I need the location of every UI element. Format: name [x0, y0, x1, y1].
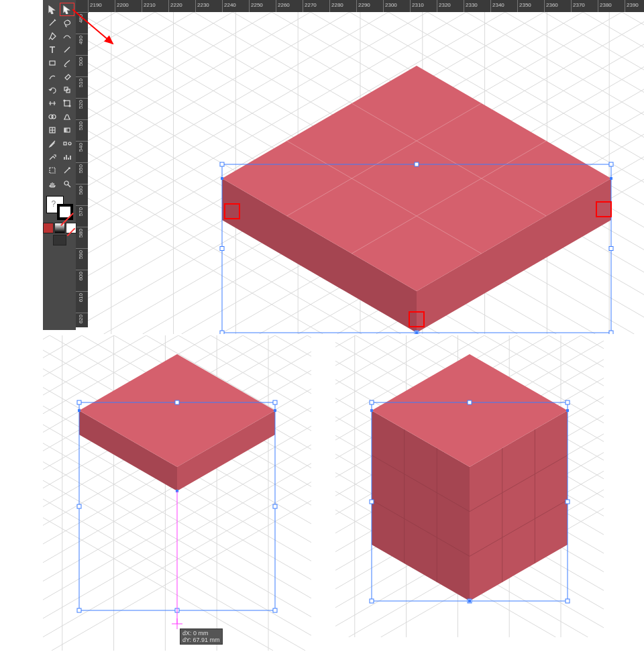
transform-handle[interactable]	[370, 599, 374, 603]
transform-handle[interactable]	[77, 400, 81, 404]
hand-tool[interactable]	[45, 177, 60, 190]
lasso-tool[interactable]	[60, 16, 74, 30]
paintbrush-tool[interactable]	[60, 56, 74, 70]
artboard-step-1[interactable]	[43, 335, 311, 651]
width-tool[interactable]	[45, 97, 60, 110]
svg-rect-3	[64, 101, 70, 106]
anchor-point[interactable]	[566, 409, 569, 412]
transform-handle[interactable]	[468, 400, 472, 404]
eraser-tool[interactable]	[60, 70, 74, 83]
mesh-tool[interactable]	[45, 123, 60, 137]
svg-rect-0	[50, 61, 55, 65]
rotate-tool[interactable]	[45, 83, 60, 97]
svg-line-33	[88, 12, 116, 334]
svg-rect-9	[64, 128, 70, 132]
svg-line-37	[88, 12, 194, 334]
transform-handle[interactable]	[273, 400, 277, 404]
anchor-point[interactable]	[78, 409, 80, 412]
anchor-point[interactable]	[468, 600, 471, 602]
smart-guide-measurement: dX: 0 mm dY: 67.91 mm	[180, 628, 223, 645]
svg-rect-10	[64, 142, 66, 145]
transform-handle[interactable]	[220, 247, 224, 251]
transform-handle[interactable]	[609, 162, 613, 166]
anchor-point[interactable]	[415, 331, 418, 334]
selection-tool[interactable]	[45, 3, 60, 16]
blend-tool[interactable]	[60, 137, 74, 150]
fill-stroke-swatch[interactable]	[45, 195, 74, 221]
curvature-tool[interactable]	[60, 30, 74, 43]
line-segment-tool[interactable]	[60, 43, 74, 56]
transform-handle[interactable]	[370, 400, 374, 404]
svg-line-125	[275, 335, 311, 651]
type-tool[interactable]	[45, 43, 60, 56]
transform-handle[interactable]	[566, 400, 570, 404]
free-transform-tool[interactable]	[60, 97, 74, 110]
svg-point-7	[52, 115, 56, 119]
svg-line-116	[43, 335, 114, 651]
transform-handle[interactable]	[220, 162, 224, 166]
gradient-tool[interactable]	[60, 123, 74, 137]
slice-tool[interactable]	[60, 164, 74, 177]
direct-selection-tool[interactable]	[60, 3, 74, 16]
transform-handle[interactable]	[77, 608, 81, 612]
artboard-main[interactable]	[88, 12, 644, 334]
ruler-vertical[interactable]: 4804905005105205305405505605705805906006…	[76, 12, 88, 327]
artboard-tool[interactable]	[45, 164, 60, 177]
transform-handle[interactable]	[566, 599, 570, 603]
anchor-point[interactable]	[370, 409, 373, 412]
magic-wand-tool[interactable]	[45, 16, 60, 30]
svg-rect-12	[50, 168, 55, 173]
draw-mode-chip[interactable]	[53, 235, 66, 245]
shaper-tool[interactable]	[45, 70, 60, 83]
zoom-tool[interactable]	[60, 177, 74, 190]
transform-handle[interactable]	[77, 504, 81, 508]
transform-handle[interactable]	[566, 500, 570, 504]
column-graph-tool[interactable]	[60, 150, 74, 164]
transform-handle[interactable]	[609, 331, 613, 334]
artboard-step-2[interactable]	[335, 335, 604, 637]
none-chip[interactable]	[66, 223, 76, 233]
stroke-swatch[interactable]	[57, 204, 73, 220]
rectangle-tool[interactable]	[45, 56, 60, 70]
transform-handle[interactable]	[609, 247, 613, 251]
eyedropper-tool[interactable]	[45, 137, 60, 150]
anchor-point[interactable]	[221, 177, 223, 180]
slab-top-face[interactable]	[222, 66, 611, 291]
perspective-grid-tool[interactable]	[60, 110, 74, 123]
tools-panel	[43, 0, 76, 330]
svg-line-127	[307, 335, 311, 651]
scale-tool[interactable]	[60, 83, 74, 97]
shape-builder-tool[interactable]	[45, 110, 60, 123]
anchor-point[interactable]	[610, 177, 612, 180]
svg-line-112	[43, 335, 50, 651]
last-color-chip[interactable]	[43, 223, 54, 233]
gradient-chip[interactable]	[54, 223, 65, 233]
svg-line-123	[243, 335, 311, 651]
transform-handle[interactable]	[220, 331, 224, 334]
transform-handle[interactable]	[370, 500, 374, 504]
svg-line-58	[622, 12, 644, 334]
transform-handle[interactable]	[273, 504, 277, 508]
color-mode-row	[43, 223, 76, 233]
transform-handle[interactable]	[175, 400, 179, 404]
symbol-sprayer-tool[interactable]	[45, 150, 60, 164]
anchor-point[interactable]	[274, 409, 276, 412]
transform-handle[interactable]	[273, 608, 277, 612]
svg-point-11	[68, 142, 71, 145]
transform-handle[interactable]	[415, 162, 419, 166]
ruler-horizontal[interactable]: 2190220022102220223022402250226022702280…	[76, 0, 644, 12]
pen-tool[interactable]	[45, 30, 60, 43]
